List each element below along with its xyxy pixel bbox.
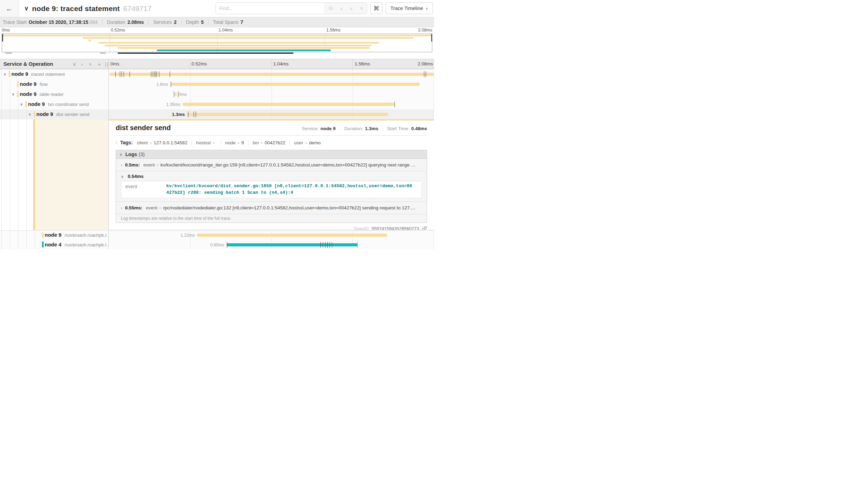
- log-marker: [120, 71, 120, 77]
- span-row-selected[interactable]: ∨ node 9dist sender send 1.3ms: [0, 109, 434, 119]
- span-bar[interactable]: 1.6ms: [108, 79, 434, 89]
- collapse-logs-icon[interactable]: ∨: [119, 152, 122, 157]
- span-duration-bar[interactable]: [175, 93, 176, 96]
- indent-guide: [10, 230, 10, 240]
- collapse-span-icon[interactable]: ∨: [12, 92, 15, 97]
- indent-guide: [1, 109, 2, 119]
- column-resize-handle[interactable]: [105, 62, 108, 67]
- collapse-one-icon[interactable]: ∨: [73, 62, 76, 67]
- clear-search-icon[interactable]: ✕: [360, 6, 363, 11]
- indent-guide: [1, 89, 2, 99]
- span-duration-label: 1.3ms: [172, 112, 185, 117]
- indent-guide: [18, 240, 18, 250]
- back-button[interactable]: ←: [0, 0, 19, 17]
- minimap-span-bar: [2, 35, 432, 36]
- summary-label: Depth: [186, 19, 199, 25]
- expand-log-icon[interactable]: ›: [121, 163, 122, 167]
- span-bar[interactable]: 0ms: [108, 89, 434, 99]
- expand-all-icon[interactable]: »: [98, 62, 100, 67]
- span-bar[interactable]: 1.3ms: [108, 109, 434, 119]
- equals-sign: =: [157, 163, 159, 167]
- prev-result-icon[interactable]: ∧: [340, 6, 343, 11]
- span-duration-bar[interactable]: [109, 73, 434, 76]
- minimap-scrubber-handle[interactable]: [2, 34, 3, 42]
- span-duration-bar[interactable]: [187, 113, 388, 116]
- trace-minimap[interactable]: [2, 34, 432, 52]
- locate-icon[interactable]: [328, 6, 333, 11]
- span-bar[interactable]: 1.22ms: [108, 230, 434, 240]
- span-bar[interactable]: 1.35ms: [108, 99, 434, 109]
- collapse-all-icon[interactable]: »: [88, 63, 93, 65]
- span-name-cell[interactable]: ∨ node 9dist sender send: [0, 109, 108, 119]
- span-detail-region: dist sender send Service:node 9 Duration…: [0, 119, 434, 230]
- span-duration-label: 1.22ms: [180, 233, 195, 238]
- minimap-scrubber-handle[interactable]: [431, 34, 432, 42]
- service-color-chip: [17, 91, 19, 97]
- log-marker: [171, 81, 171, 87]
- span-name-cell[interactable]: ∨ node 9traced statement: [0, 69, 108, 79]
- detail-starttime-stat: Start Time:0.48ms: [387, 126, 427, 131]
- span-name-cell[interactable]: node 9flow: [0, 79, 108, 89]
- log-field-value: kv/kvclient/kvcoord/dist_sender.go:1850 …: [166, 183, 417, 196]
- trace-page-header: ← ∨ node 9: traced statement 6749717 ∧ ∨…: [0, 0, 434, 17]
- collapse-span-icon[interactable]: ∨: [20, 102, 23, 107]
- span-duration-bar[interactable]: [170, 83, 420, 86]
- next-result-icon[interactable]: ∨: [350, 6, 353, 11]
- collapse-span-icon[interactable]: ∨: [3, 72, 6, 76]
- logs-section: ∨ Logs (3) › 0.5ms: event = kv/kvclient/…: [116, 150, 427, 223]
- span-name-cell[interactable]: ∨ node 9txn coordinator send: [0, 99, 108, 109]
- view-selector-button[interactable]: Trace Timeline ∨: [386, 2, 433, 14]
- span-row[interactable]: node 4/cockroach.roachpb.I… 0.85ms: [0, 240, 434, 250]
- span-row[interactable]: node 9/cockroach.roachpb.I… 1.22ms: [0, 230, 434, 240]
- span-row[interactable]: ∨ node 9txn coordinator send 1.35ms: [0, 99, 434, 109]
- span-row[interactable]: ∨ node 9traced statement: [0, 69, 434, 79]
- indent-guide: [18, 99, 18, 109]
- span-name-cell[interactable]: node 9/cockroach.roachpb.I…: [0, 230, 108, 240]
- link-icon[interactable]: [422, 226, 427, 230]
- collapse-log-icon[interactable]: ∨: [121, 174, 124, 179]
- summary-label: Duration: [107, 19, 125, 25]
- span-name-cell[interactable]: node 4/cockroach.roachpb.I…: [0, 240, 108, 250]
- log-field-value: kv/kvclient/kvcoord/range_iter.go:159 [n…: [160, 162, 416, 167]
- find-input[interactable]: [216, 3, 325, 14]
- span-bar[interactable]: [108, 69, 434, 79]
- log-entry[interactable]: › 0.55ms: event = rpc/nodedialer/nodedia…: [116, 202, 427, 214]
- minimap-scroll-thumb[interactable]: [118, 53, 293, 54]
- span-duration-bar[interactable]: [183, 103, 395, 106]
- log-field-key: event: [143, 162, 155, 167]
- ruler-gridlines: [108, 59, 434, 69]
- expand-log-icon[interactable]: ›: [121, 206, 122, 210]
- span-bar[interactable]: 0.85ms: [108, 240, 434, 250]
- minimap-span-bar: [105, 45, 371, 46]
- span-name-cell[interactable]: ∨ node 9table reader: [0, 89, 108, 99]
- collapse-trace-icon[interactable]: ∨: [24, 5, 28, 12]
- tags-row[interactable]: › Tags: client=127.0.0.1:54582 hostssl= …: [116, 139, 427, 146]
- log-field-key: event: [125, 183, 166, 196]
- ruler-tick: 0.52ms: [192, 61, 207, 66]
- span-duration-bar[interactable]: [227, 243, 357, 246]
- ruler-tick: 0ms: [110, 61, 119, 66]
- expand-one-icon[interactable]: ›: [81, 62, 83, 67]
- summary-value: 7: [240, 19, 243, 25]
- span-duration-bar[interactable]: [197, 234, 387, 237]
- span-row[interactable]: node 9flow 1.6ms: [0, 79, 434, 89]
- log-marker: [323, 242, 323, 248]
- logs-footnote: Log timestamps are relative to the start…: [116, 214, 427, 223]
- keyboard-shortcuts-button[interactable]: ⌘: [370, 2, 382, 14]
- span-duration-label: 1.35ms: [166, 102, 180, 107]
- log-marker: [332, 242, 332, 248]
- minimap-scrollbar[interactable]: [2, 53, 432, 54]
- indent-guide: [10, 79, 10, 89]
- indent-guide: [35, 240, 35, 250]
- timeline-column-header: Service & Operation ∨ › » » 0ms 0.52ms 1…: [0, 59, 434, 69]
- span-color-strip: [109, 119, 434, 120]
- log-marker: [320, 242, 321, 248]
- log-entry[interactable]: › 0.5ms: event = kv/kvclient/kvcoord/ran…: [116, 159, 427, 171]
- expand-tags-icon[interactable]: ›: [116, 140, 117, 145]
- operation-name: txn coordinator send: [48, 102, 89, 107]
- collapse-span-icon[interactable]: ∨: [28, 112, 31, 117]
- log-entry-expanded[interactable]: ∨ 0.54ms: [116, 171, 427, 180]
- span-row[interactable]: ∨ node 9table reader 0ms: [0, 89, 434, 99]
- log-marker: [395, 101, 395, 107]
- logs-header[interactable]: ∨ Logs (3): [116, 150, 427, 159]
